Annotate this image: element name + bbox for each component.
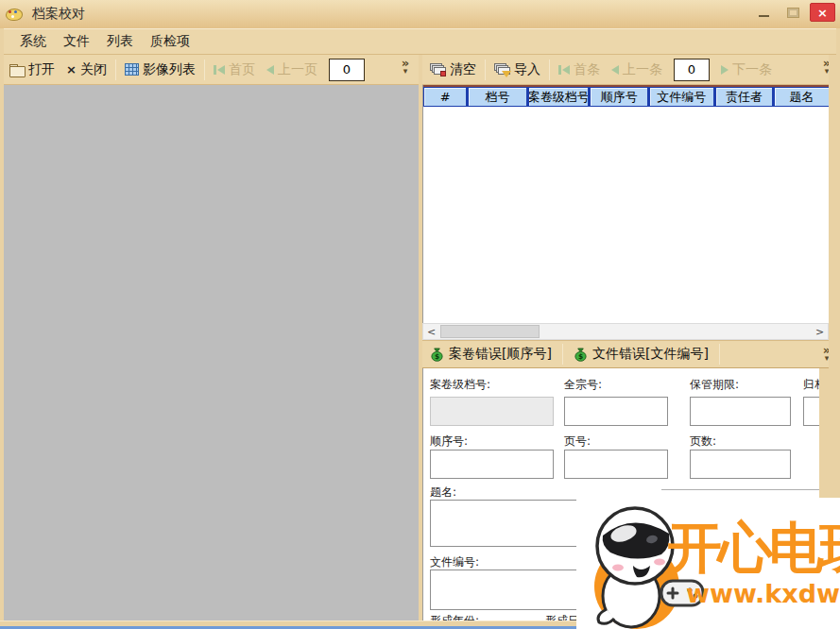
first-page-icon [214,65,225,75]
open-button[interactable]: 打开 [4,59,60,81]
scrollbar-thumb[interactable] [440,325,540,338]
watermark-url: www.kxdw.co [686,579,840,608]
next-record-button[interactable]: 下一条 [715,59,778,81]
next-record-icon [721,65,729,75]
menu-qc-items[interactable]: 质检项 [142,30,198,53]
volume-archive-no-label: 案卷级档号: [430,377,490,393]
svg-text:$: $ [578,352,583,361]
close-doc-button[interactable]: × 关闭 [60,59,112,81]
volume-archive-no-input [430,397,554,426]
first-record-icon [558,65,570,75]
col-header-index[interactable]: # [423,87,468,107]
page-count-label: 页数: [690,434,716,450]
moneybag-icon: $ [430,348,444,362]
image-list-button[interactable]: 影像列表 [119,59,201,81]
col-header-volume-no[interactable]: 案卷级档号 [528,87,591,107]
clear-stack-icon [430,63,446,76]
file-no-label: 文件编号: [430,554,479,570]
close-x-icon: × [66,62,77,76]
sequence-no-label: 顺序号: [430,434,468,450]
prev-page-button[interactable]: 上一页 [261,59,323,81]
right-toolbar: 清空 导入 首条 上一条 下一条 » ▾ [422,55,840,85]
toolbar-separator [485,60,486,80]
prev-record-icon [611,65,619,75]
page-count-input[interactable] [690,450,791,479]
col-header-title[interactable]: 题名 [774,87,829,107]
retention-period-label: 保管期限: [690,377,739,393]
col-header-author[interactable]: 责任者 [715,87,775,107]
col-header-seq-no[interactable]: 顺序号 [590,87,649,107]
import-button[interactable]: 导入 [489,59,546,81]
title-bar: 档案校对 × [0,0,840,28]
fonds-no-label: 全宗号: [564,377,602,393]
toolbar-separator [719,344,720,365]
file-error-tab[interactable]: $ 文件错误[文件编号] [566,343,716,366]
window-title: 档案校对 [32,6,85,23]
records-table: # 档号 案卷级档号 顺序号 文件编号 责任者 题名 [422,85,829,323]
title-field-label: 题名: [430,484,456,501]
grid-icon [125,63,139,76]
volume-error-tab[interactable]: $ 案卷错误[顺序号] [422,343,559,366]
col-header-file-no[interactable]: 文件编号 [649,87,714,107]
error-tab-bar: $ 案卷错误[顺序号] $ 文件错误[文件编号] » ▾ [422,340,840,368]
menu-bar: 系统 文件 列表 质检项 [4,28,836,55]
sequence-no-input[interactable] [430,450,554,479]
folder-icon [9,64,25,76]
prev-page-icon [266,65,274,75]
toolbar-separator [549,60,550,80]
fonds-no-input[interactable] [564,397,668,426]
app-window: 档案校对 × 系统 文件 列表 质检项 打开 × 关闭 影像列表 首页 [0,0,840,629]
first-page-button[interactable]: 首页 [208,59,261,81]
close-button[interactable]: × [810,3,835,22]
moneybag-icon: $ [574,348,588,362]
import-stack-icon [494,63,510,76]
clear-button[interactable]: 清空 [424,59,482,81]
page-no-label: 页号: [564,434,591,450]
col-header-danghao[interactable]: 档号 [468,87,528,107]
toolbar-separator [204,60,205,80]
left-toolbar: 打开 × 关闭 影像列表 首页 上一页 » ▾ [4,55,419,85]
table-body-empty [423,107,829,323]
page-number-input[interactable] [329,59,365,81]
minimize-button[interactable] [751,3,777,22]
record-number-input[interactable] [674,59,710,81]
maximize-button[interactable] [780,3,806,22]
toolbar-separator [562,344,563,365]
form-divider-line [661,489,829,490]
scroll-right-arrow[interactable]: > [812,324,828,339]
table-header-row: # 档号 案卷级档号 顺序号 文件编号 责任者 题名 [423,85,829,107]
first-record-button[interactable]: 首条 [553,59,606,81]
menu-list[interactable]: 列表 [98,30,142,53]
left-toolbar-overflow-button[interactable]: » ▾ [398,59,413,76]
table-horizontal-scrollbar[interactable]: < > [422,323,829,340]
image-viewer-area [4,85,419,620]
app-palette-icon [6,7,25,23]
menu-file[interactable]: 文件 [55,30,98,53]
window-frame-left [0,28,4,629]
svg-text:$: $ [435,352,439,361]
prev-record-button[interactable]: 上一条 [606,59,668,81]
watermark-title: 开心电玩 [667,520,840,575]
menu-system[interactable]: 系统 [11,30,55,53]
retention-period-input[interactable] [690,397,791,426]
kxdw-watermark: 开心电玩 www.kxdw.co [576,498,840,629]
page-no-input[interactable] [564,450,668,479]
scroll-left-arrow[interactable]: < [423,324,439,339]
toolbar-separator [115,60,116,80]
